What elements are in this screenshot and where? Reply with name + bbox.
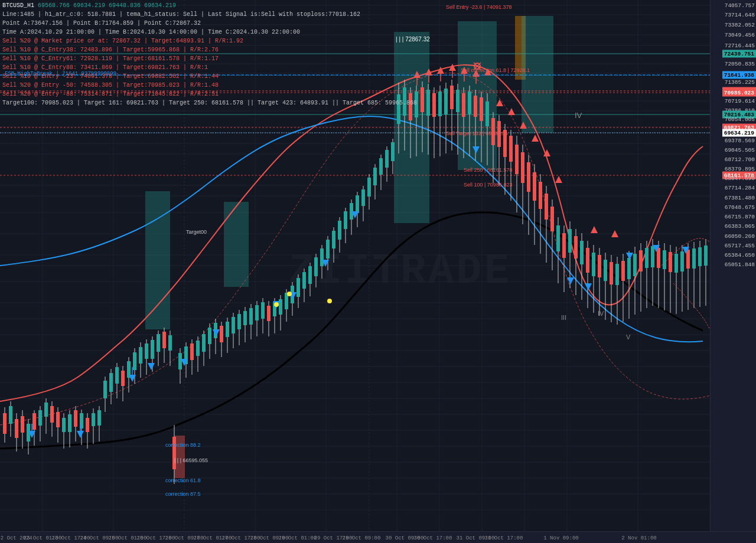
price-65384: 65384.650: [725, 252, 755, 259]
price-72430-box: 72430.751: [722, 50, 756, 58]
svg-rect-154: [267, 306, 271, 321]
svg-rect-190: [373, 168, 377, 185]
svg-rect-250: [550, 207, 554, 231]
svg-rect-184: [356, 195, 359, 213]
price-72050: 72050.835: [725, 61, 755, 67]
svg-rect-196: [391, 142, 395, 161]
svg-rect-150: [255, 305, 259, 320]
svg-rect-118: [157, 334, 160, 352]
price-71641-box: 71641.938: [722, 71, 756, 79]
info-line2: Point A:73647.156 | Point B:71764.859 | …: [2, 19, 417, 28]
svg-rect-84: [62, 418, 66, 432]
svg-rect-142: [232, 317, 235, 333]
svg-rect-64: [3, 413, 6, 434]
svg-text:III: III: [561, 314, 566, 321]
svg-rect-66: [9, 406, 12, 424]
svg-marker-322: [591, 226, 598, 233]
svg-rect-116: [151, 340, 154, 359]
svg-rect-286: [657, 248, 660, 268]
svg-rect-112: [145, 344, 148, 359]
svg-rect-278: [633, 254, 637, 276]
svg-rect-270: [610, 262, 613, 284]
time-label-19: 2 Nov 01:00: [621, 535, 656, 541]
svg-rect-134: [208, 328, 211, 344]
price-74057: 74057.757: [725, 2, 755, 9]
svg-rect-50: [224, 202, 249, 287]
svg-point-344: [274, 302, 279, 307]
svg-rect-244: [533, 172, 536, 201]
top-info-panel: BTCUSD_H1 69568.766 69634.219 69448.836 …: [2, 1, 417, 107]
svg-rect-140: [226, 322, 229, 337]
price-axis: 74057.757 73714.648 73382.052 73049.456 …: [710, 0, 756, 543]
svg-point-345: [287, 292, 292, 296]
price-66050: 66050.260: [725, 233, 755, 240]
svg-rect-138: [220, 326, 223, 342]
svg-rect-268: [604, 260, 607, 281]
svg-rect-206: [421, 87, 424, 112]
svg-point-343: [327, 299, 332, 303]
svg-rect-130: [196, 341, 200, 356]
info-line8: Sell %10 @ Entry -23: 74091.378 | Target…: [2, 72, 417, 81]
svg-marker-340: [626, 253, 633, 260]
svg-rect-300: [698, 247, 702, 266]
svg-rect-216: [450, 86, 454, 109]
price-67048: 67048.675: [725, 204, 755, 211]
price-71385: 71385.225: [725, 79, 755, 86]
info-line4: Sell %20 @ Market price or at: 72867.32 …: [2, 37, 417, 45]
svg-text:correction 88.2: correction 88.2: [165, 442, 201, 448]
info-line7: Sell %10 @ C_Entry88: 73411.869 | Target…: [2, 63, 417, 72]
svg-rect-48: [145, 191, 170, 329]
svg-rect-254: [562, 233, 566, 258]
svg-rect-266: [598, 255, 601, 277]
info-line1: Line:1485 | h1_atr_c:0: 518.7881 | tema_…: [2, 10, 417, 19]
svg-rect-68: [15, 419, 18, 438]
svg-rect-178: [338, 221, 341, 240]
svg-marker-339: [585, 283, 592, 290]
svg-rect-80: [50, 406, 54, 423]
svg-rect-86: [68, 414, 71, 432]
svg-rect-172: [320, 248, 324, 266]
svg-rect-276: [627, 258, 631, 279]
svg-rect-252: [556, 225, 560, 251]
svg-rect-98: [103, 381, 107, 398]
svg-rect-186: [361, 189, 365, 206]
svg-text:correction 61.8: correction 61.8: [165, 477, 201, 483]
svg-rect-226: [480, 97, 483, 121]
svg-rect-224: [474, 96, 477, 117]
svg-rect-256: [568, 229, 572, 253]
price-65717: 65717.455: [725, 243, 755, 249]
price-68047: 68047.090: [725, 175, 755, 182]
svg-rect-294: [680, 251, 684, 272]
svg-rect-260: [580, 241, 584, 264]
svg-rect-240: [521, 152, 524, 183]
price-70054: 70054.005: [725, 116, 755, 123]
info-line9: Sell %20 @ Entry -50: 74588.305 | Target…: [2, 81, 417, 90]
svg-rect-124: [178, 353, 182, 369]
svg-rect-88: [74, 410, 77, 427]
price-65051: 65051.848: [725, 261, 755, 268]
price-70985-box: 70985.023: [722, 89, 756, 97]
svg-rect-78: [44, 403, 48, 417]
price-67714: 67714.284: [725, 185, 755, 191]
time-label-18: 1 Nov 09:00: [543, 535, 578, 541]
svg-text:correction 87.5: correction 87.5: [165, 491, 201, 497]
price-73714: 73714.648: [725, 12, 755, 18]
svg-rect-292: [674, 254, 678, 273]
svg-rect-274: [621, 261, 625, 281]
svg-rect-288: [663, 250, 666, 269]
price-66383: 66383.065: [725, 223, 755, 230]
price-69045: 69045.505: [725, 147, 755, 153]
info-line6: Sell %10 @ C_Entry61: 72928.119 | Target…: [2, 54, 417, 63]
svg-marker-338: [567, 277, 574, 284]
svg-rect-108: [133, 352, 136, 370]
time-label-17: 31 Oct 17:00: [485, 535, 523, 541]
svg-rect-214: [444, 89, 448, 115]
svg-rect-282: [645, 248, 649, 268]
svg-rect-144: [237, 314, 241, 329]
svg-rect-96: [97, 410, 101, 426]
svg-rect-238: [515, 145, 519, 174]
svg-rect-120: [162, 332, 166, 348]
price-67381: 67381.480: [725, 195, 755, 201]
svg-rect-102: [115, 367, 119, 384]
svg-rect-110: [139, 347, 142, 364]
